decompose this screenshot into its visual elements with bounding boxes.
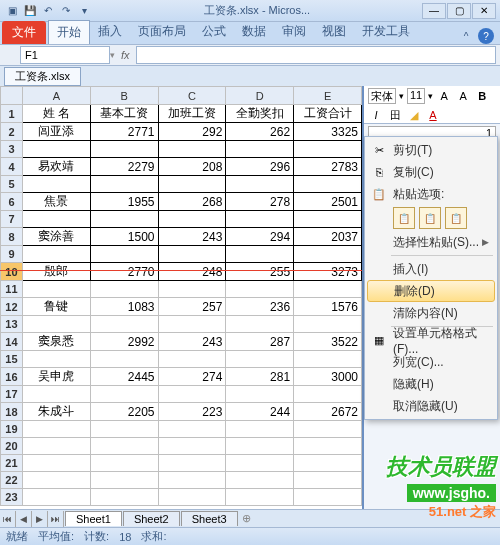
empty-cell[interactable] (158, 455, 226, 472)
column-header[interactable]: E (294, 87, 362, 105)
row-header[interactable]: 15 (1, 351, 23, 368)
empty-cell[interactable] (158, 489, 226, 506)
row-header[interactable]: 6 (1, 193, 23, 211)
empty-cell[interactable] (22, 489, 90, 506)
border-icon[interactable]: 田 (387, 107, 403, 123)
column-header[interactable]: D (226, 87, 294, 105)
context-menu-item[interactable]: ✂剪切(T) (365, 139, 497, 161)
row-header[interactable]: 3 (1, 141, 23, 158)
blank-cell[interactable] (158, 141, 226, 158)
decrease-font-icon[interactable]: A (455, 88, 471, 104)
empty-cell[interactable] (294, 438, 362, 455)
row-header[interactable]: 10 (1, 263, 23, 281)
row-header[interactable]: 20 (1, 438, 23, 455)
redo-icon[interactable]: ↷ (58, 3, 74, 19)
empty-cell[interactable] (90, 455, 158, 472)
row-header[interactable]: 7 (1, 211, 23, 228)
empty-cell[interactable] (226, 281, 294, 298)
empty-cell[interactable] (158, 421, 226, 438)
row-header[interactable]: 16 (1, 368, 23, 386)
blank-cell[interactable] (226, 141, 294, 158)
row-header[interactable]: 13 (1, 316, 23, 333)
empty-cell[interactable] (226, 351, 294, 368)
excel-icon[interactable]: ▣ (4, 3, 20, 19)
empty-cell[interactable] (226, 316, 294, 333)
data-cell[interactable]: 3000 (294, 368, 362, 386)
data-cell[interactable]: 243 (158, 333, 226, 351)
paste-option[interactable]: 📋 (393, 207, 415, 229)
blank-cell[interactable] (294, 246, 362, 263)
empty-cell[interactable] (294, 472, 362, 489)
empty-cell[interactable] (158, 351, 226, 368)
data-cell[interactable]: 1955 (90, 193, 158, 211)
empty-cell[interactable] (158, 386, 226, 403)
blank-cell[interactable] (294, 176, 362, 193)
name-box[interactable]: F1 (20, 46, 110, 64)
increase-font-icon[interactable]: A (436, 88, 452, 104)
header-cell[interactable]: 基本工资 (90, 105, 158, 123)
blank-cell[interactable] (22, 246, 90, 263)
row-header[interactable]: 23 (1, 489, 23, 506)
row-header[interactable]: 21 (1, 455, 23, 472)
data-cell[interactable]: 274 (158, 368, 226, 386)
context-menu-item[interactable]: 隐藏(H) (365, 373, 497, 395)
blank-cell[interactable] (90, 211, 158, 228)
column-header[interactable]: C (158, 87, 226, 105)
header-cell[interactable]: 工资合计 (294, 105, 362, 123)
empty-cell[interactable] (22, 455, 90, 472)
row-header[interactable]: 8 (1, 228, 23, 246)
ribbon-min-icon[interactable]: ^ (458, 28, 474, 44)
data-cell[interactable]: 268 (158, 193, 226, 211)
sheet-tab[interactable]: Sheet2 (123, 511, 180, 526)
empty-cell[interactable] (90, 386, 158, 403)
empty-cell[interactable] (294, 281, 362, 298)
empty-cell[interactable] (22, 281, 90, 298)
name-cell[interactable]: 朱成斗 (22, 403, 90, 421)
ribbon-tab[interactable]: 公式 (194, 20, 234, 44)
data-cell[interactable]: 248 (158, 263, 226, 281)
name-cell[interactable]: 闾亚添 (22, 123, 90, 141)
empty-cell[interactable] (226, 489, 294, 506)
undo-icon[interactable]: ↶ (40, 3, 56, 19)
data-cell[interactable]: 292 (158, 123, 226, 141)
bold-icon[interactable]: B (474, 88, 490, 104)
empty-cell[interactable] (90, 421, 158, 438)
header-cell[interactable]: 全勤奖扣 (226, 105, 294, 123)
last-sheet-icon[interactable]: ⏭ (48, 511, 64, 527)
name-cell[interactable]: 易欢靖 (22, 158, 90, 176)
data-cell[interactable]: 2672 (294, 403, 362, 421)
name-cell[interactable]: 窦涂善 (22, 228, 90, 246)
save-icon[interactable]: 💾 (22, 3, 38, 19)
empty-cell[interactable] (226, 438, 294, 455)
empty-cell[interactable] (22, 438, 90, 455)
header-cell[interactable]: 加班工资 (158, 105, 226, 123)
row-header[interactable]: 17 (1, 386, 23, 403)
data-cell[interactable]: 296 (226, 158, 294, 176)
context-menu-item[interactable]: 选择性粘贴(S)...▶ (365, 231, 497, 253)
blank-cell[interactable] (22, 211, 90, 228)
formula-input[interactable] (136, 46, 496, 64)
row-header[interactable]: 9 (1, 246, 23, 263)
data-cell[interactable]: 2279 (90, 158, 158, 176)
name-cell[interactable]: 焦景 (22, 193, 90, 211)
empty-cell[interactable] (226, 421, 294, 438)
context-menu-item[interactable]: ▦设置单元格格式(F)... (365, 329, 497, 351)
empty-cell[interactable] (22, 316, 90, 333)
data-cell[interactable]: 278 (226, 193, 294, 211)
column-header[interactable]: A (22, 87, 90, 105)
data-cell[interactable]: 236 (226, 298, 294, 316)
empty-cell[interactable] (22, 472, 90, 489)
blank-cell[interactable] (158, 246, 226, 263)
maximize-button[interactable]: ▢ (447, 3, 471, 19)
empty-cell[interactable] (22, 351, 90, 368)
empty-cell[interactable] (294, 489, 362, 506)
first-sheet-icon[interactable]: ⏮ (0, 511, 16, 527)
data-cell[interactable]: 2992 (90, 333, 158, 351)
blank-cell[interactable] (90, 141, 158, 158)
name-cell[interactable]: 窦泉悉 (22, 333, 90, 351)
prev-sheet-icon[interactable]: ◀ (16, 511, 32, 527)
font-color-icon[interactable]: A (425, 107, 441, 123)
empty-cell[interactable] (294, 386, 362, 403)
column-header[interactable]: B (90, 87, 158, 105)
data-cell[interactable]: 255 (226, 263, 294, 281)
